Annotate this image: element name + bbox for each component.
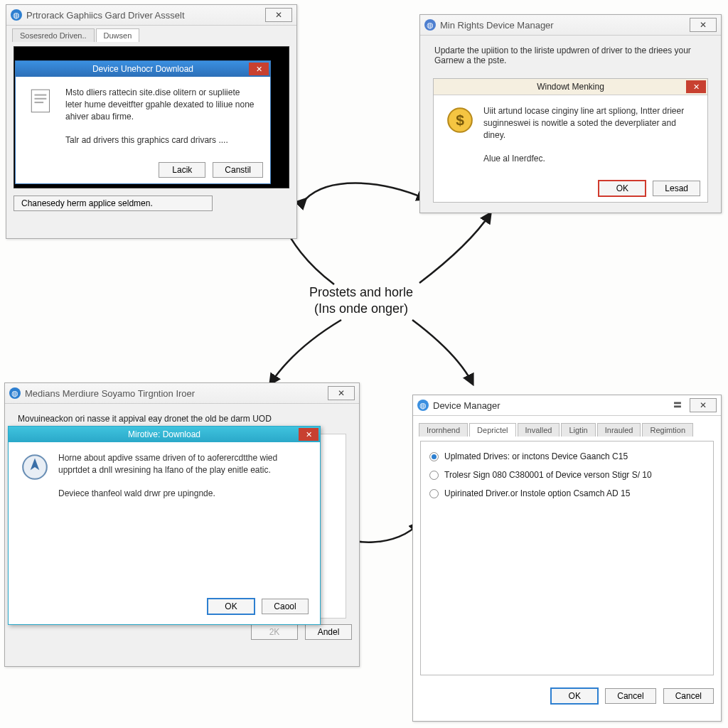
tab-1[interactable]: Deprictel	[469, 423, 515, 437]
window-title: Device Manager	[433, 400, 500, 411]
close-button[interactable]: ✕	[690, 18, 717, 32]
center-caption: Prostets and horle (Ins onde onger)	[309, 284, 413, 318]
radio-icon	[429, 471, 439, 480]
lock-button[interactable]: Lacik	[159, 162, 205, 178]
tab-0[interactable]: Irornhend	[419, 423, 468, 437]
modal-device-download: Device Unehocr Download ✕ Msto dliers ra…	[15, 60, 271, 184]
titlebar: ◍ Prtrorack Gaphiics Gard Driver Assselt…	[6, 5, 296, 26]
tab-1[interactable]: Duwsen	[96, 28, 140, 42]
radio-icon	[429, 489, 439, 498]
tab-strip: Irornhend Deprictel Invalled Ligtin Inra…	[413, 416, 721, 437]
titlebar: ◍ Medians Merdiure Soyamo Tirgntion Iroe…	[5, 383, 359, 404]
apply-button[interactable]: Chanesedy herm applice seldmen.	[14, 196, 213, 211]
radio-option-1[interactable]: Trolesr Sign 080 C380001 of Device verso…	[427, 466, 707, 484]
radio-option-2[interactable]: Upirinated Driver.or Instole option Csam…	[427, 484, 707, 503]
app-icon: ◍	[11, 9, 22, 21]
svg-rect-2	[35, 98, 47, 100]
tab-3[interactable]: Ligtin	[561, 423, 595, 437]
options-panel: Uplmated Drives: or inctons Device Gaanc…	[420, 441, 714, 675]
modal-title: Device Unehocr Download ✕	[16, 61, 270, 77]
tab-4[interactable]: Inrauled	[597, 423, 641, 437]
window-graphics-driver: ◍ Prtrorack Gaphiics Gard Driver Assselt…	[6, 4, 297, 239]
svg-rect-0	[31, 90, 49, 112]
app-icon: ◍	[9, 387, 21, 399]
window-medians: ◍ Medians Merdiure Soyamo Tirgntion Iroe…	[4, 382, 360, 667]
tab-5[interactable]: Regimtion	[642, 423, 693, 437]
tab-2[interactable]: Invalled	[518, 423, 560, 437]
window-title: Min Rights Device Manager	[440, 20, 554, 31]
lead-button[interactable]: Lesad	[653, 181, 700, 196]
close-button[interactable]: ✕	[328, 386, 355, 400]
tab-0[interactable]: Sosesredo Driven..	[12, 28, 95, 42]
close-icon[interactable]: ✕	[299, 428, 318, 441]
titlebar: ◍ Device Manager 〓 ✕	[413, 395, 721, 416]
radio-icon	[429, 452, 439, 461]
minimize-icon[interactable]: 〓	[673, 399, 682, 412]
cancel-button[interactable]: Andel	[305, 624, 352, 640]
app-icon: ◍	[417, 400, 429, 411]
window-device-manager-rights: ◍ Min Rights Device Manager ✕ Updarte th…	[419, 14, 722, 213]
window-title: Medians Merdiure Soyamo Tirgntion Iroer	[25, 388, 195, 399]
window-title: Prtrorack Gaphiics Gard Driver Assselt	[26, 10, 185, 21]
intro-text: Updarte the upiition to the liriste updw…	[420, 36, 721, 75]
cancel-button[interactable]: Caool	[262, 599, 309, 614]
svg-rect-3	[35, 102, 44, 103]
close-button[interactable]: ✕	[265, 8, 292, 22]
modal-title: Windowt Menking ✕	[434, 79, 707, 95]
ok-button[interactable]: OK	[208, 599, 255, 614]
titlebar: ◍ Min Rights Device Manager ✕	[420, 15, 721, 36]
modal-warning: Windowt Menking ✕ $ Uiit artund locase c…	[433, 78, 708, 203]
close-icon[interactable]: ✕	[249, 63, 269, 75]
modal-title: Mirotive: Download ✕	[9, 427, 320, 442]
cancel-button[interactable]: Canstil	[213, 162, 263, 178]
ok-button[interactable]: OK	[551, 688, 598, 704]
document-icon	[27, 87, 57, 117]
app-icon: ◍	[424, 19, 436, 31]
modal-mirotive: Mirotive: Download ✕ Horne about apdive …	[8, 426, 321, 625]
svg-text:$: $	[456, 112, 464, 128]
coin-icon: $	[445, 105, 475, 135]
svg-rect-1	[35, 95, 47, 96]
close-icon[interactable]: ✕	[686, 80, 706, 93]
window-device-manager: ◍ Device Manager 〓 ✕ Irornhend Deprictel…	[412, 395, 722, 722]
modal-body: Msto dliers rattecin site.dise olitern o…	[16, 77, 270, 156]
ok-button[interactable]: OK	[599, 181, 646, 196]
cancel-button[interactable]: Cancel	[605, 688, 655, 704]
radio-option-0[interactable]: Uplmated Drives: or inctons Device Gaanc…	[427, 447, 707, 466]
tab-strip: Sosesredo Driven.. Duwsen	[6, 26, 296, 42]
compass-icon	[20, 452, 50, 482]
ok-button[interactable]: 2K	[251, 624, 298, 640]
close-button[interactable]: ✕	[690, 398, 717, 412]
cancel-button-2[interactable]: Cancel	[663, 688, 714, 704]
